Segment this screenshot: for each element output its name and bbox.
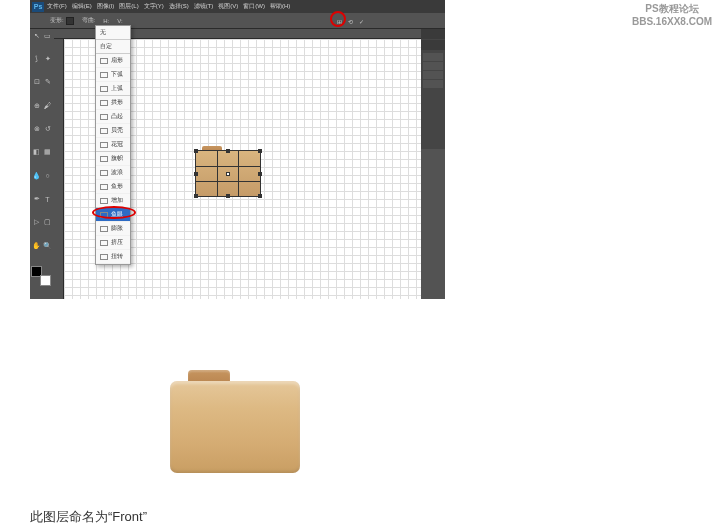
warp-option-2[interactable]: 扇形 [96,54,130,68]
v-label: V: [117,18,122,24]
warp-option-4[interactable]: 上弧 [96,82,130,96]
warp-option-label: 贝壳 [111,126,123,135]
background-color[interactable] [40,275,51,286]
menu-filter[interactable]: 滤镜(T) [194,2,214,11]
warp-preset-icon [100,114,108,120]
panel-tab-1[interactable] [421,29,445,39]
warp-option-1[interactable]: 自定 [96,40,130,54]
warp-option-13[interactable]: 鱼眼 [96,208,130,222]
warp-preset-icon [100,184,108,190]
handle-mid-right[interactable] [258,172,262,176]
history-brush-icon[interactable]: ↺ [42,123,53,134]
warp-confirm-icon[interactable]: ✓ [357,17,365,25]
warp-preset-icon [100,58,108,64]
zoom-tool-icon[interactable]: 🔍 [42,240,53,251]
handle-bot-left[interactable] [194,194,198,198]
dodge-tool-icon[interactable]: ○ [42,170,53,181]
warp-preset-icon [100,100,108,106]
warp-option-label: 波浪 [111,168,123,177]
brush-tool-icon[interactable]: 🖌 [42,100,53,111]
menu-layer[interactable]: 图层(L) [119,2,138,11]
warp-option-5[interactable]: 拱形 [96,96,130,110]
menu-file[interactable]: 文件(F) [47,2,67,11]
warp-option-label: 无 [100,28,106,37]
warp-option-15[interactable]: 挤压 [96,236,130,250]
layer-row[interactable] [423,71,443,79]
ps-logo-icon: Ps [32,2,44,12]
warp-option-label: 花冠 [111,140,123,149]
menu-select[interactable]: 选择(S) [169,2,189,11]
warp-option-6[interactable]: 凸起 [96,110,130,124]
watermark-line1: PS教程论坛 [632,2,712,15]
marquee-tool-icon[interactable]: ▭ [42,30,53,41]
heal-tool-icon[interactable]: ⊕ [31,100,42,111]
shape-tool-icon[interactable]: ▢ [42,217,53,228]
menubar: Ps 文件(F) 编辑(E) 图像(I) 图层(L) 文字(Y) 选择(S) 滤… [30,0,445,13]
warp-preset-icon [100,254,108,260]
warp-option-10[interactable]: 波浪 [96,166,130,180]
gradient-tool-icon[interactable]: ▦ [42,147,53,158]
panel-tab-2[interactable] [421,40,445,50]
pen-tool-icon[interactable]: ✒ [31,194,42,205]
warp-orient-icon[interactable]: ⟲ [346,17,354,25]
layer-row[interactable] [423,80,443,88]
handle-top-mid[interactable] [226,149,230,153]
warp-option-label: 增加 [111,196,123,205]
warp-preset-icon [100,212,108,218]
menu-view[interactable]: 视图(V) [218,2,238,11]
menu-type[interactable]: 文字(Y) [144,2,164,11]
warp-option-7[interactable]: 贝壳 [96,124,130,138]
warp-preset-icon [100,240,108,246]
warp-option-16[interactable]: 扭转 [96,250,130,264]
folder-shape-on-canvas[interactable] [196,146,260,196]
color-swatches[interactable] [31,266,51,286]
blur-tool-icon[interactable]: 💧 [31,170,42,181]
warp-option-14[interactable]: 膨胀 [96,222,130,236]
menu-help[interactable]: 帮助(H) [270,2,290,11]
layer-row[interactable] [423,53,443,61]
handle-top-left[interactable] [194,149,198,153]
lasso-tool-icon[interactable]: ⟆ [31,53,42,64]
result-folder-body [170,381,300,473]
eyedropper-tool-icon[interactable]: ✎ [42,77,53,88]
handle-bot-right[interactable] [258,194,262,198]
menu-edit[interactable]: 编辑(E) [72,2,92,11]
path-tool-icon[interactable]: ▷ [31,217,42,228]
stamp-tool-icon[interactable]: ⊗ [31,123,42,134]
warp-option-label: 旗帜 [111,154,123,163]
layer-row[interactable] [423,62,443,70]
warp-preset-icon [100,226,108,232]
warp-option-11[interactable]: 鱼形 [96,180,130,194]
warp-option-12[interactable]: 增加 [96,194,130,208]
warp-label: 变形: [50,16,74,25]
warp-preset-icon [100,128,108,134]
warp-option-0[interactable]: 无 [96,26,130,40]
warp-option-label: 拱形 [111,98,123,107]
warp-transform-box[interactable] [195,150,261,197]
handle-mid-left[interactable] [194,172,198,176]
warp-option-label: 鱼形 [111,182,123,191]
handle-bot-mid[interactable] [226,194,230,198]
warp-option-label: 扇形 [111,56,123,65]
hand-tool-icon[interactable]: ✋ [31,240,42,251]
eraser-tool-icon[interactable]: ◧ [31,147,42,158]
menu-window[interactable]: 窗口(W) [243,2,265,11]
warp-option-label: 凸起 [111,112,123,121]
handle-top-right[interactable] [258,149,262,153]
type-tool-icon[interactable]: T [42,194,53,205]
warp-option-3[interactable]: 下弧 [96,68,130,82]
wand-tool-icon[interactable]: ✦ [42,53,53,64]
crop-tool-icon[interactable]: ⊡ [31,77,42,88]
warp-style-dropdown[interactable]: 无自定扇形下弧上弧拱形凸起贝壳花冠旗帜波浪鱼形增加鱼眼膨胀挤压扭转 [95,25,131,265]
warp-preset-icon [100,142,108,148]
warp-option-8[interactable]: 花冠 [96,138,130,152]
bend-label: 弯曲: [82,16,96,25]
move-tool-icon[interactable]: ↖ [31,30,42,41]
handle-center[interactable] [226,172,230,176]
menu-image[interactable]: 图像(I) [97,2,115,11]
warp-option-label: 挤压 [111,238,123,247]
options-bar: 变形: 弯曲: H: V: ⊞ ⟲ ✓ [30,13,445,29]
watermark-line2: BBS.16XX8.COM [632,15,712,28]
warp-option-label: 上弧 [111,84,123,93]
warp-option-9[interactable]: 旗帜 [96,152,130,166]
